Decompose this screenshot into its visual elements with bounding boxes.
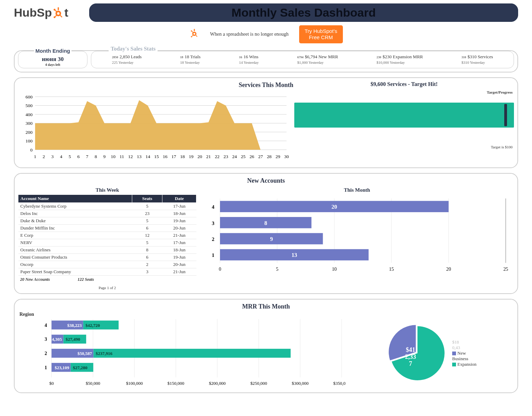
col-account: Account Name <box>18 194 132 202</box>
svg-text:3: 3 <box>51 154 54 159</box>
svg-text:0: 0 <box>30 147 33 153</box>
todays-stats-box: Today's Sales Stats 28502,850 Leads225 Y… <box>91 51 514 68</box>
summary-accounts: 20 New Accounts <box>20 277 50 282</box>
svg-text:10: 10 <box>332 267 337 272</box>
svg-line-15 <box>196 35 197 37</box>
table-row: Cyberdyne Systems Corp517-Jun <box>18 202 196 210</box>
svg-text:$42,720: $42,720 <box>85 323 100 328</box>
svg-text:3: 3 <box>45 337 47 342</box>
mrr-bar-chart: $0$50,000$100,000$150,000$200,000$250,00… <box>18 317 345 388</box>
svg-text:400: 400 <box>26 112 33 117</box>
this-week-label: This Week <box>18 187 196 193</box>
target-note: Target is $100 <box>491 145 513 149</box>
table-row: E Corp1221-Jun <box>18 232 196 239</box>
svg-text:$150,000: $150,000 <box>168 381 184 386</box>
svg-text:14: 14 <box>145 154 150 159</box>
svg-text:24: 24 <box>232 154 237 159</box>
this-month-label: This Month <box>200 187 514 193</box>
region-label: Region <box>19 312 514 317</box>
svg-text:25: 25 <box>241 154 246 159</box>
svg-text:11: 11 <box>119 154 124 159</box>
pager[interactable]: Page 1 of 2 <box>18 286 196 290</box>
svg-text:7: 7 <box>409 360 412 367</box>
table-row: Oscorp220-Jun <box>18 261 196 268</box>
svg-text:4: 4 <box>212 204 215 210</box>
mrr-title: MRR This Month <box>18 303 514 310</box>
svg-text:22: 22 <box>215 154 220 159</box>
svg-rect-114 <box>93 349 290 358</box>
svg-text:$0: $0 <box>49 381 54 386</box>
svg-text:6: 6 <box>77 154 80 159</box>
pie-faded-2: 0,43 <box>452 345 476 350</box>
svg-text:500: 500 <box>26 103 33 108</box>
svg-text:3: 3 <box>212 220 215 226</box>
svg-text:$50,587: $50,587 <box>77 351 92 356</box>
col-date: Date <box>162 194 196 202</box>
svg-text:15: 15 <box>154 154 159 159</box>
svg-point-1 <box>57 12 59 15</box>
svg-text:25: 25 <box>504 267 508 272</box>
svg-text:1: 1 <box>45 365 47 370</box>
legend-new: NewBusiness <box>452 350 476 362</box>
svg-text:16: 16 <box>163 154 168 159</box>
svg-text:1: 1 <box>212 252 215 258</box>
services-panel: Services This Month 01002003004005006001… <box>14 77 518 168</box>
svg-text:100: 100 <box>26 138 33 144</box>
svg-text:$237,916: $237,916 <box>96 351 113 356</box>
progress-title: $9,600 Services - Target Hit! <box>294 81 514 87</box>
stat-1: 1818 Trials18 Yesterday <box>180 54 201 66</box>
hubspot-logo: HubSp t <box>14 6 68 19</box>
svg-text:21: 21 <box>206 154 211 159</box>
mrr-pie-chart: $412,337 <box>386 322 449 384</box>
svg-text:$250,000: $250,000 <box>250 381 267 386</box>
summary-seats: 122 Seats <box>78 277 94 282</box>
stat-2: 1616 Wins14 Yesterday <box>239 54 259 66</box>
legend-exp: Expansion <box>452 362 476 367</box>
services-area-chart: 0100200300400500600123456789101112131415… <box>18 90 291 164</box>
svg-text:27: 27 <box>258 154 263 159</box>
table-row: Omni Consumer Products619-Jun <box>18 253 196 261</box>
table-row: Duke & Duke519-Jun <box>18 217 196 224</box>
svg-text:8: 8 <box>95 154 97 159</box>
svg-text:13: 13 <box>137 154 142 159</box>
svg-text:9: 9 <box>103 154 106 159</box>
accounts-bar-chart: 05101520254203829113 <box>200 194 514 275</box>
svg-text:600: 600 <box>26 94 33 99</box>
svg-text:2: 2 <box>45 351 47 356</box>
svg-text:200: 200 <box>26 130 33 135</box>
days-left: 4 days left <box>45 63 60 67</box>
page-title-pill: Monthly Sales Dashboard <box>89 3 518 22</box>
svg-text:23: 23 <box>223 154 228 159</box>
cta-tagline: When a spreadsheet is no longer enough <box>210 32 288 37</box>
svg-text:$27,280: $27,280 <box>73 365 87 370</box>
table-row: Dunder Mifflin Inc620-Jun <box>18 224 196 232</box>
new-accounts-panel: New Accounts This Week Account Name Seat… <box>14 173 518 294</box>
stat-0: 28502,850 Leads225 Yesterday <box>112 54 142 66</box>
svg-text:1: 1 <box>34 154 36 159</box>
services-progress: Target/Progress $9,600 Services - Target… <box>294 90 514 164</box>
svg-text:$38,223: $38,223 <box>67 323 82 328</box>
svg-text:4: 4 <box>60 154 62 159</box>
svg-text:2: 2 <box>212 236 215 242</box>
new-accounts-title: New Accounts <box>18 177 514 184</box>
try-crm-button[interactable]: Try HubSpot's Free CRM <box>299 25 343 43</box>
table-row: NERV517-Jun <box>18 239 196 246</box>
svg-text:300: 300 <box>26 121 33 126</box>
svg-text:4: 4 <box>45 322 47 328</box>
mrr-panel: MRR This Month Region $0$50,000$100,000$… <box>14 299 518 393</box>
svg-text:19: 19 <box>189 154 194 159</box>
svg-text:$350,000: $350,000 <box>333 381 345 386</box>
sprocket-small-icon <box>189 28 200 41</box>
svg-text:17: 17 <box>171 154 176 159</box>
svg-text:18: 18 <box>180 154 185 159</box>
stats-panel: Month Ending июня 30 4 days left Today's… <box>14 50 518 72</box>
pie-faded-1: $18 <box>452 339 476 345</box>
svg-text:$200,000: $200,000 <box>209 381 226 386</box>
progress-marker <box>504 104 507 126</box>
svg-text:$27,490: $27,490 <box>66 337 80 342</box>
table-row: Delos Inc2318-Jun <box>18 210 196 217</box>
svg-text:2,33: 2,33 <box>405 353 416 360</box>
svg-text:28: 28 <box>267 154 272 159</box>
svg-text:$300,000: $300,000 <box>292 381 309 386</box>
svg-text:5: 5 <box>276 267 279 272</box>
